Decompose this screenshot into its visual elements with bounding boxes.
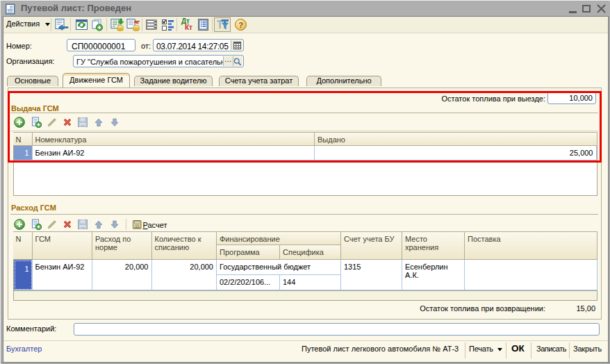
svg-text:?: ? bbox=[238, 21, 243, 29]
